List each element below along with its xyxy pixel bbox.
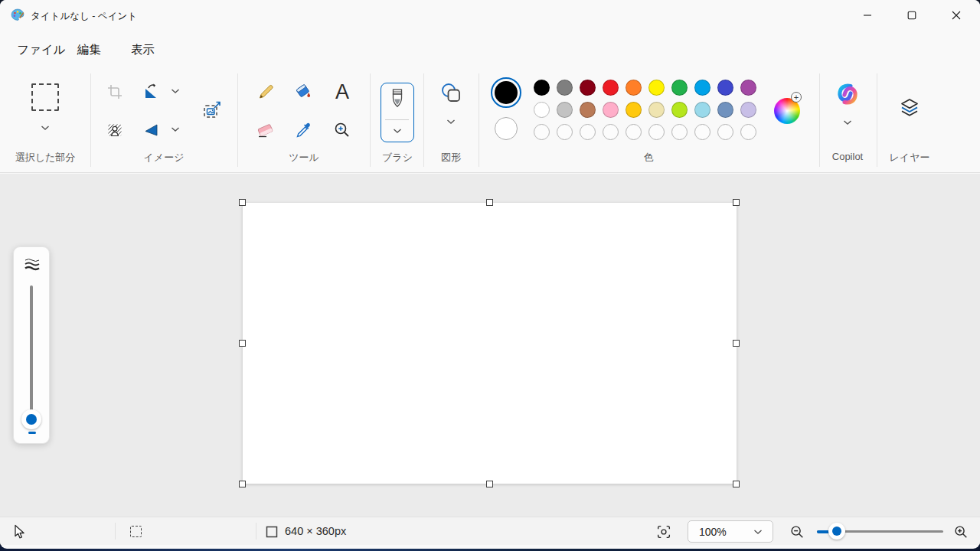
resize-handle-bottom-right[interactable] bbox=[733, 481, 740, 487]
palette-swatch[interactable] bbox=[717, 80, 733, 96]
zoom-out-icon bbox=[789, 523, 805, 540]
menu-edit[interactable]: 編集 bbox=[67, 37, 111, 62]
flip-chevron[interactable] bbox=[167, 121, 184, 138]
shapes-button[interactable] bbox=[437, 80, 465, 107]
window-title: タイトルなし - ペイント bbox=[31, 10, 137, 23]
palette-swatch[interactable] bbox=[580, 102, 596, 118]
magnifier-tool-button[interactable] bbox=[330, 118, 354, 142]
zoom-out-button[interactable] bbox=[786, 520, 808, 543]
palette-swatch[interactable] bbox=[694, 102, 710, 118]
text-tool-button[interactable]: A bbox=[330, 80, 354, 104]
slider-thumb-dot bbox=[832, 527, 841, 536]
resize-handle-bottom-left[interactable] bbox=[239, 481, 246, 487]
palette-swatch[interactable] bbox=[671, 102, 688, 118]
palette-empty-slot[interactable] bbox=[671, 124, 688, 140]
crop-button[interactable] bbox=[103, 80, 127, 104]
copilot-chevron[interactable] bbox=[839, 116, 856, 129]
palette-swatch[interactable] bbox=[534, 102, 550, 118]
pencil-tool-button[interactable] bbox=[253, 80, 278, 104]
resize-handle-top-right[interactable] bbox=[733, 199, 740, 206]
fill-bucket-icon bbox=[294, 82, 314, 102]
chevron-down-icon bbox=[171, 88, 180, 94]
palette-swatch[interactable] bbox=[557, 102, 573, 118]
eraser-tool-button[interactable] bbox=[253, 118, 278, 142]
minimize-button[interactable] bbox=[850, 0, 885, 31]
brushes-button[interactable] bbox=[381, 83, 414, 142]
palette-empty-slot[interactable] bbox=[717, 124, 733, 140]
resize-image-button[interactable] bbox=[198, 96, 226, 124]
drawing-canvas[interactable] bbox=[243, 203, 737, 484]
zoom-in-button[interactable] bbox=[949, 520, 972, 543]
remove-background-icon bbox=[106, 121, 124, 139]
image-group-label: イメージ bbox=[144, 151, 185, 165]
chevron-down-icon bbox=[41, 125, 50, 131]
palette-empty-slot[interactable] bbox=[580, 124, 596, 140]
remove-background-button[interactable] bbox=[103, 118, 127, 142]
fill-tool-button[interactable] bbox=[292, 80, 316, 104]
close-button[interactable] bbox=[939, 0, 974, 31]
palette-empty-slot[interactable] bbox=[534, 124, 550, 140]
palette-swatch[interactable] bbox=[694, 80, 710, 96]
palette-empty-slot[interactable] bbox=[648, 124, 665, 140]
palette-swatch[interactable] bbox=[740, 80, 756, 96]
canvas-size-text: 640 × 360px bbox=[285, 525, 346, 537]
ribbon-separator bbox=[877, 73, 877, 167]
palette-swatch[interactable] bbox=[648, 80, 665, 96]
palette-empty-slot[interactable] bbox=[740, 124, 756, 140]
resize-handle-top-left[interactable] bbox=[239, 199, 246, 206]
selection-options-chevron[interactable] bbox=[34, 121, 56, 135]
ribbon-separator bbox=[370, 73, 371, 167]
brush-size-slider-track[interactable] bbox=[30, 285, 33, 416]
fit-to-screen-button[interactable] bbox=[652, 520, 675, 543]
resize-handle-top-center[interactable] bbox=[486, 199, 493, 206]
statusbar-separator bbox=[256, 523, 256, 540]
brushes-chevron[interactable] bbox=[389, 123, 406, 139]
chevron-down-icon bbox=[171, 126, 180, 132]
copilot-button[interactable] bbox=[833, 80, 862, 109]
palette-swatch[interactable] bbox=[648, 102, 665, 118]
palette-swatch[interactable] bbox=[626, 80, 642, 96]
color1-swatch[interactable] bbox=[495, 81, 518, 104]
palette-swatch[interactable] bbox=[626, 102, 642, 118]
palette-swatch[interactable] bbox=[603, 102, 619, 118]
zoom-slider-thumb[interactable] bbox=[828, 523, 845, 540]
zoom-level-dropdown[interactable]: 100% bbox=[688, 520, 773, 543]
palette-swatch[interactable] bbox=[534, 80, 550, 96]
chevron-down-icon bbox=[843, 119, 852, 126]
resize-handle-bottom-center[interactable] bbox=[486, 481, 493, 487]
resize-handle-middle-right[interactable] bbox=[733, 340, 740, 347]
brush-size-slider-thumb[interactable] bbox=[21, 409, 41, 429]
fit-to-screen-icon bbox=[655, 523, 672, 540]
color-picker-tool-button[interactable] bbox=[292, 118, 316, 142]
palette-empty-slot[interactable] bbox=[603, 124, 619, 140]
palette-swatch[interactable] bbox=[603, 80, 619, 96]
palette-swatch[interactable] bbox=[740, 102, 756, 118]
palette-swatch[interactable] bbox=[580, 80, 596, 96]
menu-file[interactable]: ファイル bbox=[7, 37, 75, 62]
menu-view[interactable]: 表示 bbox=[121, 37, 165, 62]
palette-empty-slot[interactable] bbox=[557, 124, 573, 140]
palette-swatch[interactable] bbox=[671, 80, 688, 96]
rotate-chevron[interactable] bbox=[167, 83, 184, 99]
app-icon-paint bbox=[10, 8, 25, 23]
ribbon-separator bbox=[237, 73, 238, 167]
zoom-in-icon bbox=[952, 523, 969, 540]
palette-empty-slot[interactable] bbox=[626, 124, 642, 140]
canvas-size-icon bbox=[266, 526, 278, 538]
flip-button[interactable] bbox=[139, 118, 164, 142]
color2-swatch[interactable] bbox=[495, 117, 518, 140]
maximize-button[interactable] bbox=[894, 0, 929, 31]
rotate-icon bbox=[142, 82, 162, 102]
palette-empty-slot[interactable] bbox=[694, 124, 710, 140]
selection-tool-button[interactable] bbox=[23, 75, 67, 119]
crop-icon bbox=[106, 83, 124, 101]
statusbar: 640 × 360px 100% bbox=[0, 517, 980, 545]
layers-button[interactable] bbox=[895, 93, 924, 122]
cursor-position-icon bbox=[12, 524, 26, 540]
palette-swatch[interactable] bbox=[557, 80, 573, 96]
resize-handle-middle-left[interactable] bbox=[239, 340, 246, 347]
palette-swatch[interactable] bbox=[717, 102, 733, 118]
shapes-chevron[interactable] bbox=[443, 115, 459, 129]
paint-window: タイトルなし - ペイント ファイル 編集 表示 bbox=[0, 0, 980, 549]
rotate-button[interactable] bbox=[139, 80, 164, 104]
